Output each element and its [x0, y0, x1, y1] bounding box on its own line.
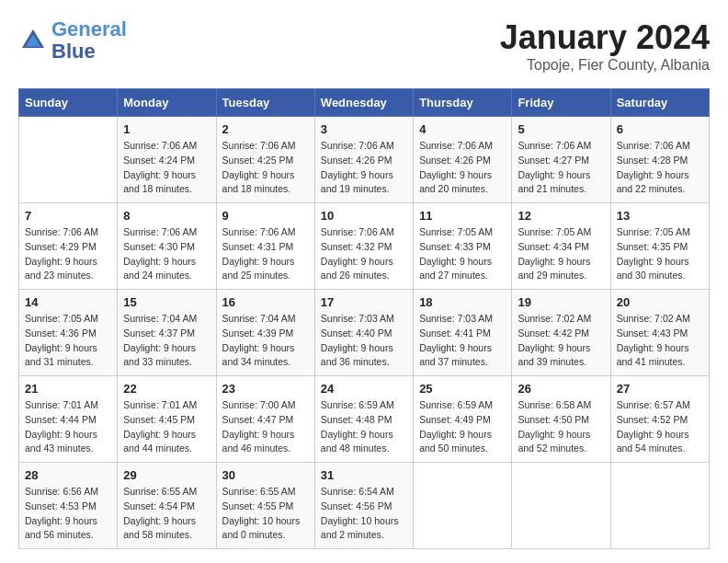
calendar-cell: 28Sunrise: 6:56 AMSunset: 4:53 PMDayligh…	[19, 463, 118, 549]
calendar-cell	[610, 463, 709, 549]
day-number: 22	[123, 382, 210, 396]
calendar-cell: 25Sunrise: 6:59 AMSunset: 4:49 PMDayligh…	[414, 376, 512, 463]
calendar-cell: 10Sunrise: 7:06 AMSunset: 4:32 PMDayligh…	[314, 203, 413, 290]
day-info: Sunrise: 7:06 AMSunset: 4:26 PMDaylight:…	[419, 139, 506, 197]
logo-icon	[18, 26, 48, 55]
calendar-week-4: 21Sunrise: 7:01 AMSunset: 4:44 PMDayligh…	[19, 376, 710, 463]
day-info: Sunrise: 6:59 AMSunset: 4:49 PMDaylight:…	[419, 398, 506, 456]
day-info: Sunrise: 7:03 AMSunset: 4:41 PMDaylight:…	[419, 312, 506, 370]
day-number: 30	[222, 468, 309, 482]
day-info: Sunrise: 7:05 AMSunset: 4:33 PMDaylight:…	[419, 225, 506, 283]
day-number: 14	[25, 295, 111, 309]
day-number: 3	[321, 122, 407, 136]
logo-text: General Blue	[51, 18, 127, 63]
calendar-cell: 1Sunrise: 7:06 AMSunset: 4:24 PMDaylight…	[118, 117, 216, 203]
day-info: Sunrise: 7:04 AMSunset: 4:39 PMDaylight:…	[222, 312, 309, 370]
column-header-saturday: Saturday	[610, 89, 709, 117]
column-header-tuesday: Tuesday	[216, 89, 314, 117]
day-info: Sunrise: 7:06 AMSunset: 4:28 PMDaylight:…	[617, 139, 703, 197]
calendar-cell: 6Sunrise: 7:06 AMSunset: 4:28 PMDaylight…	[610, 117, 709, 203]
calendar-cell: 18Sunrise: 7:03 AMSunset: 4:41 PMDayligh…	[414, 290, 512, 376]
day-number: 18	[419, 295, 506, 309]
day-number: 10	[321, 209, 407, 223]
calendar-cell	[512, 463, 610, 549]
day-info: Sunrise: 7:04 AMSunset: 4:37 PMDaylight:…	[123, 312, 210, 370]
day-info: Sunrise: 7:01 AMSunset: 4:44 PMDaylight:…	[25, 398, 111, 456]
calendar-cell: 20Sunrise: 7:02 AMSunset: 4:43 PMDayligh…	[610, 290, 709, 376]
day-info: Sunrise: 6:56 AMSunset: 4:53 PMDaylight:…	[25, 485, 111, 543]
day-info: Sunrise: 6:55 AMSunset: 4:54 PMDaylight:…	[123, 485, 210, 543]
day-info: Sunrise: 7:01 AMSunset: 4:45 PMDaylight:…	[123, 398, 210, 456]
day-number: 9	[222, 209, 309, 223]
column-header-monday: Monday	[118, 89, 216, 117]
calendar-cell: 5Sunrise: 7:06 AMSunset: 4:27 PMDaylight…	[512, 117, 610, 203]
calendar-cell: 26Sunrise: 6:58 AMSunset: 4:50 PMDayligh…	[512, 376, 610, 463]
calendar-cell: 14Sunrise: 7:05 AMSunset: 4:36 PMDayligh…	[19, 290, 118, 376]
day-info: Sunrise: 7:03 AMSunset: 4:40 PMDaylight:…	[321, 312, 407, 370]
day-info: Sunrise: 6:59 AMSunset: 4:48 PMDaylight:…	[321, 398, 407, 456]
calendar-cell: 19Sunrise: 7:02 AMSunset: 4:42 PMDayligh…	[512, 290, 610, 376]
calendar-cell	[19, 117, 118, 203]
day-info: Sunrise: 6:54 AMSunset: 4:56 PMDaylight:…	[321, 485, 407, 543]
day-number: 2	[222, 122, 309, 136]
day-number: 7	[25, 209, 111, 223]
day-number: 11	[419, 209, 506, 223]
calendar-table: SundayMondayTuesdayWednesdayThursdayFrid…	[18, 88, 710, 549]
calendar-cell: 7Sunrise: 7:06 AMSunset: 4:29 PMDaylight…	[19, 203, 118, 290]
day-number: 31	[321, 468, 407, 482]
page-subtitle: Topoje, Fier County, Albania	[500, 57, 710, 74]
day-info: Sunrise: 7:06 AMSunset: 4:30 PMDaylight:…	[123, 225, 210, 283]
day-number: 12	[518, 209, 604, 223]
day-info: Sunrise: 7:06 AMSunset: 4:25 PMDaylight:…	[222, 139, 309, 197]
day-number: 8	[123, 209, 210, 223]
day-number: 27	[617, 382, 703, 396]
calendar-cell: 31Sunrise: 6:54 AMSunset: 4:56 PMDayligh…	[314, 463, 413, 549]
calendar-cell: 12Sunrise: 7:05 AMSunset: 4:34 PMDayligh…	[512, 203, 610, 290]
day-info: Sunrise: 7:05 AMSunset: 4:36 PMDaylight:…	[25, 312, 111, 370]
day-info: Sunrise: 6:58 AMSunset: 4:50 PMDaylight:…	[518, 398, 604, 456]
calendar-cell: 16Sunrise: 7:04 AMSunset: 4:39 PMDayligh…	[216, 290, 314, 376]
calendar-cell: 8Sunrise: 7:06 AMSunset: 4:30 PMDaylight…	[118, 203, 216, 290]
calendar-cell: 29Sunrise: 6:55 AMSunset: 4:54 PMDayligh…	[118, 463, 216, 549]
calendar-cell: 2Sunrise: 7:06 AMSunset: 4:25 PMDaylight…	[216, 117, 314, 203]
calendar-cell: 3Sunrise: 7:06 AMSunset: 4:26 PMDaylight…	[314, 117, 413, 203]
day-number: 25	[419, 382, 506, 396]
page-title: January 2024	[500, 18, 710, 57]
calendar-week-5: 28Sunrise: 6:56 AMSunset: 4:53 PMDayligh…	[19, 463, 710, 549]
day-number: 17	[321, 295, 407, 309]
day-info: Sunrise: 7:06 AMSunset: 4:32 PMDaylight:…	[321, 225, 407, 283]
calendar-cell: 23Sunrise: 7:00 AMSunset: 4:47 PMDayligh…	[216, 376, 314, 463]
calendar-cell: 30Sunrise: 6:55 AMSunset: 4:55 PMDayligh…	[216, 463, 314, 549]
calendar-week-2: 7Sunrise: 7:06 AMSunset: 4:29 PMDaylight…	[19, 203, 710, 290]
day-number: 23	[222, 382, 309, 396]
day-info: Sunrise: 7:06 AMSunset: 4:31 PMDaylight:…	[222, 225, 309, 283]
calendar-cell: 15Sunrise: 7:04 AMSunset: 4:37 PMDayligh…	[118, 290, 216, 376]
day-info: Sunrise: 7:02 AMSunset: 4:43 PMDaylight:…	[617, 312, 703, 370]
day-number: 29	[123, 468, 210, 482]
day-info: Sunrise: 7:06 AMSunset: 4:26 PMDaylight:…	[321, 139, 407, 197]
calendar-cell: 17Sunrise: 7:03 AMSunset: 4:40 PMDayligh…	[314, 290, 413, 376]
calendar-cell: 9Sunrise: 7:06 AMSunset: 4:31 PMDaylight…	[216, 203, 314, 290]
day-info: Sunrise: 7:02 AMSunset: 4:42 PMDaylight:…	[518, 312, 604, 370]
column-header-friday: Friday	[512, 89, 610, 117]
calendar-cell: 13Sunrise: 7:05 AMSunset: 4:35 PMDayligh…	[610, 203, 709, 290]
day-number: 5	[518, 122, 604, 136]
day-info: Sunrise: 7:06 AMSunset: 4:24 PMDaylight:…	[123, 139, 210, 197]
day-info: Sunrise: 6:57 AMSunset: 4:52 PMDaylight:…	[617, 398, 703, 456]
day-number: 16	[222, 295, 309, 309]
day-number: 26	[518, 382, 604, 396]
calendar-cell: 24Sunrise: 6:59 AMSunset: 4:48 PMDayligh…	[314, 376, 413, 463]
calendar-cell: 22Sunrise: 7:01 AMSunset: 4:45 PMDayligh…	[118, 376, 216, 463]
day-info: Sunrise: 7:06 AMSunset: 4:29 PMDaylight:…	[25, 225, 111, 283]
day-number: 20	[617, 295, 703, 309]
column-header-sunday: Sunday	[19, 89, 118, 117]
day-number: 15	[123, 295, 210, 309]
calendar-cell	[414, 463, 512, 549]
column-header-thursday: Thursday	[414, 89, 512, 117]
day-number: 13	[617, 209, 703, 223]
title-block: January 2024 Topoje, Fier County, Albani…	[500, 18, 710, 74]
day-number: 19	[518, 295, 604, 309]
day-number: 21	[25, 382, 111, 396]
day-number: 1	[123, 122, 210, 136]
day-info: Sunrise: 6:55 AMSunset: 4:55 PMDaylight:…	[222, 485, 309, 543]
